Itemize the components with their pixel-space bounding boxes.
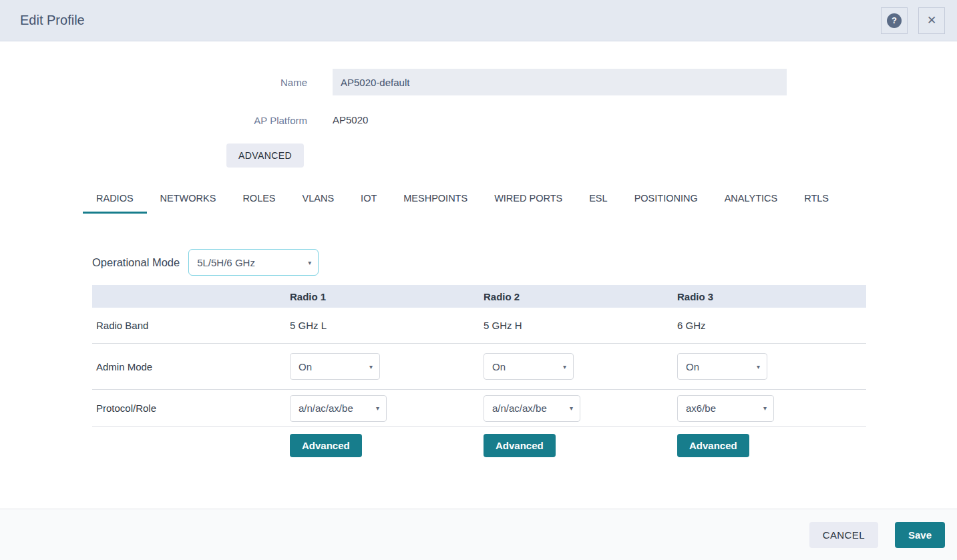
- chevron-down-icon: ▾: [757, 363, 760, 370]
- tab-radios[interactable]: RADIOS: [83, 188, 147, 214]
- profile-tabs: RADIOS NETWORKS ROLES VLANS IOT MESHPOIN…: [83, 188, 957, 214]
- operational-mode-row: Operational Mode 5L/5H/6 GHz ▾: [92, 249, 957, 276]
- operational-mode-value: 5L/5H/6 GHz: [197, 257, 255, 268]
- advanced-toggle-button[interactable]: ADVANCED: [226, 144, 304, 168]
- advanced-toggle-row: ADVANCED: [226, 144, 957, 168]
- admin-mode-label: Admin Mode: [92, 361, 290, 372]
- table-row-protocol-role: Protocol/Role a/n/ac/ax/be ▾ a/n/ac/ax/b…: [92, 390, 866, 427]
- tab-esl[interactable]: ESL: [576, 188, 620, 214]
- dialog-header: Edit Profile ? ✕: [0, 0, 957, 41]
- tab-vlans[interactable]: VLANS: [289, 188, 348, 214]
- dialog-title: Edit Profile: [20, 13, 881, 28]
- tab-positioning[interactable]: POSITIONING: [621, 188, 711, 214]
- dialog-footer: CANCEL Save: [0, 509, 957, 560]
- admin-mode-value-radio2: On: [492, 361, 506, 372]
- name-label: Name: [0, 77, 307, 88]
- protocol-role-select-radio2[interactable]: a/n/ac/ax/be ▾: [484, 395, 580, 422]
- chevron-down-icon: ▾: [369, 363, 373, 370]
- radios-panel: Operational Mode 5L/5H/6 GHz ▾ Radio 1 R…: [0, 249, 957, 463]
- header-actions: ? ✕: [881, 7, 945, 34]
- operational-mode-select[interactable]: 5L/5H/6 GHz ▾: [188, 249, 319, 276]
- ap-platform-label: AP Platform: [0, 115, 307, 126]
- admin-mode-select-radio1[interactable]: On ▾: [290, 353, 380, 380]
- protocol-role-select-radio3[interactable]: ax6/be ▾: [677, 395, 774, 422]
- tab-roles[interactable]: ROLES: [229, 188, 289, 214]
- admin-mode-select-radio2[interactable]: On ▾: [484, 353, 574, 380]
- close-button[interactable]: ✕: [918, 7, 945, 34]
- tab-networks[interactable]: NETWORKS: [147, 188, 230, 214]
- admin-mode-select-radio3[interactable]: On ▾: [677, 353, 767, 380]
- help-button[interactable]: ?: [881, 7, 908, 34]
- ap-platform-row: AP Platform AP5020: [0, 114, 957, 126]
- table-row-admin-mode: Admin Mode On ▾ On ▾ On ▾: [92, 344, 866, 390]
- help-icon: ?: [887, 13, 902, 28]
- radio-band-label: Radio Band: [92, 320, 290, 331]
- admin-mode-value-radio1: On: [299, 361, 312, 372]
- cancel-button[interactable]: CANCEL: [809, 522, 878, 548]
- radio-band-value-radio1: 5 GHz L: [290, 320, 484, 331]
- radio-band-value-radio3: 6 GHz: [677, 320, 866, 331]
- column-header-radio1: Radio 1: [290, 291, 484, 302]
- admin-mode-value-radio3: On: [686, 361, 699, 372]
- protocol-role-value-radio3: ax6/be: [686, 402, 716, 414]
- column-header-radio3: Radio 3: [677, 291, 866, 302]
- protocol-role-select-radio1[interactable]: a/n/ac/ax/be ▾: [290, 395, 387, 422]
- protocol-role-value-radio1: a/n/ac/ax/be: [299, 402, 353, 414]
- radios-table: Radio 1 Radio 2 Radio 3 Radio Band 5 GHz…: [92, 285, 866, 463]
- chevron-down-icon: ▾: [763, 404, 767, 412]
- chevron-down-icon: ▾: [563, 363, 566, 370]
- chevron-down-icon: ▾: [376, 404, 379, 412]
- table-row-radio-band: Radio Band 5 GHz L 5 GHz H 6 GHz: [92, 308, 866, 344]
- profile-form: Name AP Platform AP5020 ADVANCED: [0, 41, 957, 168]
- chevron-down-icon: ▾: [570, 404, 573, 412]
- protocol-role-label: Protocol/Role: [92, 402, 290, 414]
- radio-band-value-radio2: 5 GHz H: [484, 320, 677, 331]
- name-row: Name: [0, 69, 957, 95]
- name-input[interactable]: [333, 69, 787, 95]
- tab-iot[interactable]: IOT: [347, 188, 390, 214]
- ap-platform-value: AP5020: [333, 114, 368, 125]
- table-row-advanced: Advanced Advanced Advanced: [92, 427, 866, 463]
- advanced-button-radio2[interactable]: Advanced: [484, 434, 556, 457]
- tab-rtls[interactable]: RTLS: [791, 188, 842, 214]
- protocol-role-value-radio2: a/n/ac/ax/be: [492, 402, 547, 414]
- save-button[interactable]: Save: [895, 522, 945, 548]
- advanced-button-radio1[interactable]: Advanced: [290, 434, 362, 457]
- tab-meshpoints[interactable]: MESHPOINTS: [390, 188, 481, 214]
- chevron-down-icon: ▾: [308, 259, 311, 266]
- operational-mode-label: Operational Mode: [92, 256, 180, 269]
- tab-wired-ports[interactable]: WIRED PORTS: [481, 188, 576, 214]
- column-header-radio2: Radio 2: [484, 291, 677, 302]
- close-icon: ✕: [927, 15, 936, 26]
- radios-table-header: Radio 1 Radio 2 Radio 3: [92, 285, 866, 308]
- edit-profile-dialog: Edit Profile ? ✕ Name AP Platform AP5020…: [0, 0, 957, 560]
- tab-analytics[interactable]: ANALYTICS: [711, 188, 791, 214]
- advanced-button-radio3[interactable]: Advanced: [677, 434, 749, 457]
